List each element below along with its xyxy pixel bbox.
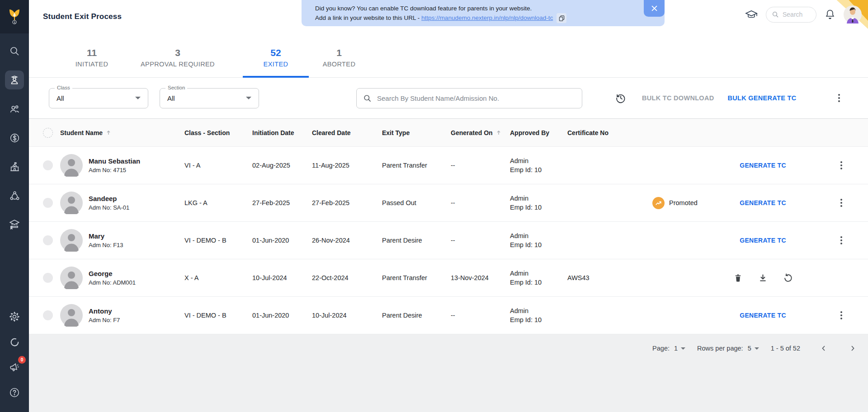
generated-on: -- xyxy=(448,199,506,206)
delete-tc-button[interactable] xyxy=(733,273,743,283)
user-avatar[interactable] xyxy=(844,5,862,23)
class-select[interactable]: Class All xyxy=(49,88,148,108)
generated-on: -- xyxy=(448,162,506,169)
section-select[interactable]: Section All xyxy=(160,88,259,108)
table-row: AntonyAdm No: F7VI - DEMO - B01-Jun-2020… xyxy=(29,297,868,334)
tab-initiated[interactable]: 11 INITIATED xyxy=(63,33,121,77)
page-select[interactable]: 1 xyxy=(674,345,685,352)
sidebar-item-announcements[interactable]: 0 xyxy=(5,358,24,377)
sidebar: 0 xyxy=(0,0,29,412)
bulk-tc-download-button[interactable]: BULK TC DOWNLOAD xyxy=(642,94,714,102)
global-search-input[interactable] xyxy=(783,11,813,18)
generate-tc-button[interactable]: GENERATE TC xyxy=(740,237,786,244)
row-select-radio[interactable] xyxy=(43,235,53,245)
app-logo xyxy=(0,0,29,33)
table-row: SandeepAdm No: SA-01LKG - A27-Feb-202527… xyxy=(29,184,868,222)
initiation-date: 10-Jul-2024 xyxy=(250,274,310,281)
notifications-button[interactable] xyxy=(825,9,835,20)
approved-by: AdminEmp Id: 10 xyxy=(506,269,567,287)
exit-type: Passed Out xyxy=(375,199,448,206)
table-body: Manu SebastianAdm No: 4715VI - A02-Aug-2… xyxy=(29,147,868,334)
col-class-section: Class - Section xyxy=(183,129,250,136)
generate-tc-button[interactable]: GENERATE TC xyxy=(740,312,786,319)
sidebar-item-graduation[interactable] xyxy=(5,215,24,234)
prev-page-button[interactable] xyxy=(818,343,829,354)
sidebar-item-school[interactable] xyxy=(5,157,24,176)
sort-up-icon xyxy=(106,130,111,136)
generated-on: -- xyxy=(448,237,506,244)
row-menu-button[interactable] xyxy=(838,234,845,247)
info-banner: Did you know? You can enable TC download… xyxy=(302,0,665,26)
cleared-date: 10-Jul-2024 xyxy=(310,312,375,319)
sidebar-item-network[interactable] xyxy=(5,186,24,205)
banner-close-button[interactable] xyxy=(644,0,665,17)
banner-link[interactable]: https://manudemo.nexterp.in/nlp/nlp/down… xyxy=(421,14,553,21)
regenerate-tc-button[interactable] xyxy=(783,273,793,283)
col-student-name[interactable]: Student Name xyxy=(58,129,183,136)
sidebar-item-sync[interactable] xyxy=(5,332,24,351)
tab-aborted[interactable]: 1 ABORTED xyxy=(313,33,365,77)
initiation-date: 02-Aug-2025 xyxy=(250,162,310,169)
initiation-date: 01-Jun-2020 xyxy=(250,237,310,244)
class-section: LKG - A xyxy=(183,199,250,206)
student-search-input[interactable] xyxy=(377,94,582,102)
status-tabs: 11 INITIATED 3 APPROVAL REQUIRED 52 EXIT… xyxy=(29,33,868,78)
gear-icon xyxy=(9,311,20,323)
admission-no: Adm No: F13 xyxy=(89,242,123,248)
sidebar-item-help[interactable] xyxy=(5,383,24,402)
copy-icon[interactable] xyxy=(557,13,566,23)
cleared-date: 22-Oct-2024 xyxy=(310,274,375,281)
tab-approval-required[interactable]: 3 APPROVAL REQUIRED xyxy=(121,33,234,77)
global-search[interactable] xyxy=(766,7,816,23)
col-certificate-no: Certificate No xyxy=(567,129,624,136)
search-icon xyxy=(772,11,779,18)
exit-type: Parent Desire xyxy=(375,237,448,244)
row-select-radio[interactable] xyxy=(43,160,53,170)
footer-zone: Page: 1 Rows per page: 5 1 - 5 of 52 xyxy=(29,334,868,412)
sidebar-item-people[interactable] xyxy=(5,99,24,118)
table-row: Manu SebastianAdm No: 4715VI - A02-Aug-2… xyxy=(29,147,868,184)
app-window: 0 Student Exit Process Did you know? You… xyxy=(0,0,868,412)
generate-tc-button[interactable]: GENERATE TC xyxy=(740,199,786,206)
generate-tc-button[interactable]: GENERATE TC xyxy=(740,162,786,169)
exit-table: Student Name Class - Section Initiation … xyxy=(29,118,868,334)
tab-exited[interactable]: 52 EXITED xyxy=(243,33,309,77)
student-name: George xyxy=(89,270,136,277)
network-icon xyxy=(9,190,20,201)
download-tc-button[interactable] xyxy=(758,273,768,283)
sidebar-item-search[interactable] xyxy=(5,42,24,61)
filter-menu-button[interactable] xyxy=(835,91,843,105)
generated-on: 13-Nov-2024 xyxy=(448,274,506,281)
school-building-icon xyxy=(9,161,20,173)
rows-per-page-select[interactable]: 5 xyxy=(748,345,759,352)
row-menu-button[interactable] xyxy=(838,196,845,210)
pagination: Page: 1 Rows per page: 5 1 - 5 of 52 xyxy=(29,334,868,362)
cleared-date: 27-Feb-2025 xyxy=(310,199,375,206)
admission-no: Adm No: ADM001 xyxy=(89,279,136,286)
sidebar-item-students[interactable] xyxy=(5,70,24,89)
banner-line-1: Did you know? You can enable TC download… xyxy=(315,4,665,13)
row-select-radio[interactable] xyxy=(43,198,53,208)
select-all-checkbox[interactable] xyxy=(43,128,53,138)
col-generated-on[interactable]: Generated On xyxy=(448,129,506,136)
next-page-button[interactable] xyxy=(847,343,858,354)
graduation-cap-icon xyxy=(745,9,758,20)
sidebar-item-fees[interactable] xyxy=(5,128,24,147)
nexterp-logo-icon xyxy=(7,8,22,26)
badge-label: Promoted xyxy=(669,199,698,206)
row-menu-button[interactable] xyxy=(838,309,845,322)
row-select-radio[interactable] xyxy=(43,273,53,283)
sidebar-item-settings[interactable] xyxy=(5,307,24,326)
bulk-generate-tc-button[interactable]: BULK GENERATE TC xyxy=(727,94,796,102)
people-icon xyxy=(9,103,20,115)
table-row: MaryAdm No: F13VI - DEMO - B01-Jun-20202… xyxy=(29,222,868,259)
row-menu-button[interactable] xyxy=(838,159,845,172)
student-avatar xyxy=(60,192,83,214)
row-select-radio[interactable] xyxy=(43,310,53,320)
promoted-icon xyxy=(655,200,662,206)
academics-cap-button[interactable] xyxy=(745,9,758,20)
student-search[interactable] xyxy=(356,88,582,108)
approved-by: AdminEmp Id: 10 xyxy=(506,306,567,324)
history-button[interactable] xyxy=(615,92,627,104)
admission-no: Adm No: 4715 xyxy=(89,167,140,173)
